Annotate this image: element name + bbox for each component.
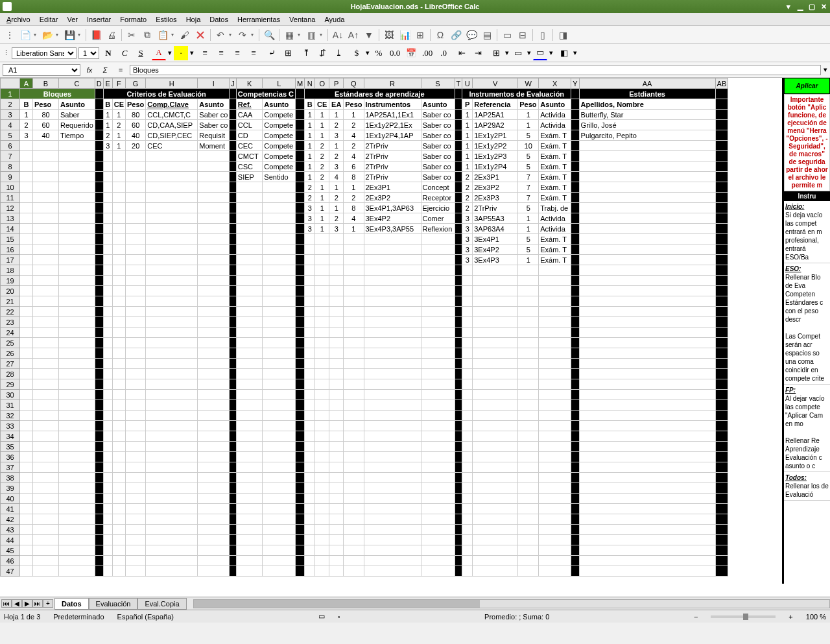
cell-L5[interactable]: Compete <box>263 130 296 141</box>
cell-W20[interactable] <box>518 286 539 296</box>
cell-B25[interactable] <box>33 338 59 348</box>
cell-U18[interactable] <box>462 265 473 276</box>
cell-S16[interactable] <box>421 244 455 255</box>
cell-V20[interactable] <box>473 286 518 296</box>
cell-R29[interactable] <box>364 379 421 390</box>
cell-C27[interactable] <box>59 359 95 369</box>
cell-O28[interactable] <box>315 369 329 379</box>
cell-Q13[interactable]: 4 <box>344 213 364 224</box>
cell-F24[interactable] <box>112 328 125 338</box>
cell-L25[interactable] <box>263 338 296 348</box>
row-header-31[interactable]: 31 <box>1 400 20 411</box>
cell-N5[interactable]: 1 <box>305 130 315 141</box>
cell-U11[interactable]: 2 <box>462 193 473 203</box>
cell-style[interactable]: Predeterminado <box>53 613 104 621</box>
cell-N27[interactable] <box>305 359 315 369</box>
row-header-23[interactable]: 23 <box>1 317 20 328</box>
cell-W33[interactable] <box>518 421 539 431</box>
cell-C47[interactable] <box>59 566 95 577</box>
cell-C30[interactable] <box>59 390 95 400</box>
cell-W47[interactable] <box>518 566 539 577</box>
cell-V3[interactable]: 1AP25A1 <box>473 110 518 120</box>
cell-W18[interactable] <box>518 265 539 276</box>
menu-editar[interactable]: Editar <box>36 14 62 25</box>
print-icon[interactable]: 🖨 <box>104 28 119 42</box>
cell-L20[interactable] <box>263 286 296 296</box>
cell-C31[interactable] <box>59 400 95 411</box>
new-dropdown[interactable]: ▾ <box>34 32 39 38</box>
cell-V42[interactable] <box>473 514 518 525</box>
percent-icon[interactable]: % <box>372 46 386 60</box>
cell-I43[interactable] <box>198 525 230 535</box>
cell-V23[interactable] <box>473 317 518 328</box>
row-header-7[interactable]: 7 <box>1 151 20 161</box>
cell-C11[interactable] <box>59 193 95 203</box>
cell-B33[interactable] <box>33 421 59 431</box>
cell-V32[interactable] <box>473 411 518 421</box>
cell-A1[interactable]: Bloques <box>20 89 95 99</box>
cell-A11[interactable] <box>20 193 33 203</box>
cell-L43[interactable] <box>263 525 296 535</box>
cell-P32[interactable] <box>329 411 344 421</box>
cell-U38[interactable] <box>462 473 473 483</box>
cell-W28[interactable] <box>518 369 539 379</box>
cell-B27[interactable] <box>33 359 59 369</box>
cell-N45[interactable] <box>305 545 315 556</box>
cell-N38[interactable] <box>305 473 315 483</box>
cell-G43[interactable] <box>126 525 146 535</box>
cell-R31[interactable] <box>364 400 421 411</box>
cell-H18[interactable] <box>146 265 198 276</box>
menu-hoja[interactable]: Hoja <box>182 14 205 25</box>
cell-S24[interactable] <box>421 328 455 338</box>
indent-inc-icon[interactable]: ⇥ <box>471 46 485 60</box>
col-header-C[interactable]: C <box>59 78 95 89</box>
cell-K28[interactable] <box>236 369 263 379</box>
cell-S29[interactable] <box>421 379 455 390</box>
cell-P45[interactable] <box>329 545 344 556</box>
cell-G21[interactable] <box>126 296 146 307</box>
cell-K19[interactable] <box>236 276 263 286</box>
font-color-icon[interactable]: A <box>152 46 166 60</box>
cell-B19[interactable] <box>33 276 59 286</box>
cell-K38[interactable] <box>236 473 263 483</box>
col-header-N[interactable]: N <box>305 78 315 89</box>
zoom-slider[interactable] <box>711 615 776 618</box>
cell-U44[interactable] <box>462 535 473 545</box>
cell-B39[interactable] <box>33 483 59 494</box>
cell-P27[interactable] <box>329 359 344 369</box>
cell-S15[interactable] <box>421 234 455 244</box>
cell-R34[interactable] <box>364 431 421 442</box>
cell-G22[interactable] <box>126 307 146 317</box>
cell-B42[interactable] <box>33 514 59 525</box>
cell-X5[interactable]: Exám. T <box>539 130 571 141</box>
cell-E15[interactable] <box>103 234 112 244</box>
cell-Q44[interactable] <box>344 535 364 545</box>
language[interactable]: Español (España) <box>117 613 174 621</box>
row-header-36[interactable]: 36 <box>1 452 20 462</box>
cell-U31[interactable] <box>462 400 473 411</box>
freeze-icon[interactable]: ⊟ <box>516 28 530 42</box>
cell-E29[interactable] <box>103 379 112 390</box>
cell-G8[interactable] <box>126 161 146 172</box>
cell-B7[interactable] <box>33 151 59 161</box>
cell-P18[interactable] <box>329 265 344 276</box>
cell-B35[interactable] <box>33 442 59 452</box>
cell-C44[interactable] <box>59 535 95 545</box>
cell-R40[interactable] <box>364 494 421 504</box>
cell-L26[interactable] <box>263 348 296 359</box>
highlight-icon[interactable]: · <box>174 46 188 60</box>
redo-icon[interactable]: ↷ <box>235 28 250 42</box>
cell-G42[interactable] <box>126 514 146 525</box>
cell-B29[interactable] <box>33 379 59 390</box>
cell-S38[interactable] <box>421 473 455 483</box>
cell-V21[interactable] <box>473 296 518 307</box>
cell-L11[interactable] <box>263 193 296 203</box>
cell-G36[interactable] <box>126 452 146 462</box>
cell-C39[interactable] <box>59 483 95 494</box>
cell-G26[interactable] <box>126 348 146 359</box>
cell-C2[interactable]: Asunto <box>59 99 95 110</box>
cell-L2[interactable]: Asunto <box>263 99 296 110</box>
cell-B41[interactable] <box>33 504 59 514</box>
cell-U22[interactable] <box>462 307 473 317</box>
cell-E34[interactable] <box>103 431 112 442</box>
